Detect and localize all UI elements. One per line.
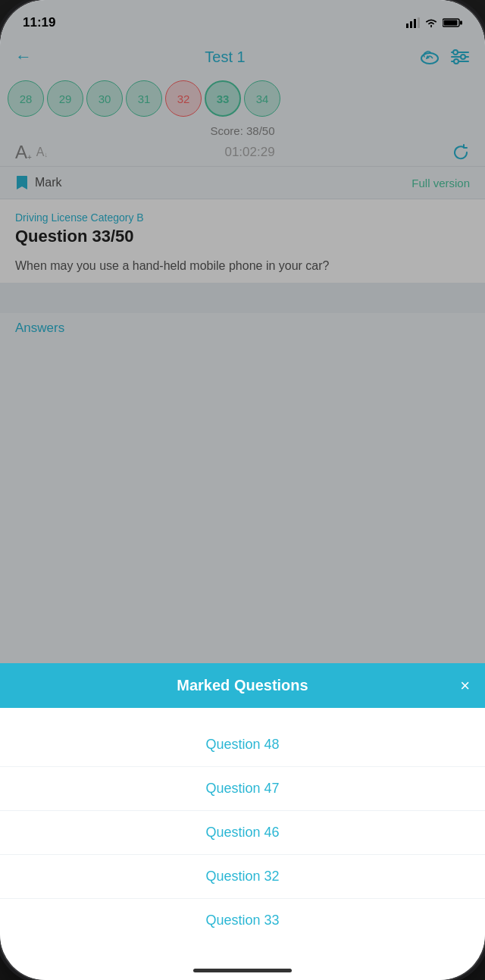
modal-list: Question 48 Question 47 Question 46 Ques…: [0, 708, 485, 950]
modal-item-47[interactable]: Question 47: [0, 767, 485, 811]
modal-title: Marked Questions: [177, 677, 308, 694]
modal-item-48[interactable]: Question 48: [0, 723, 485, 767]
home-indicator: [193, 969, 292, 972]
modal-close-button[interactable]: ×: [460, 676, 470, 696]
modal-overlay: Marked Questions × Question 48 Question …: [0, 0, 485, 980]
modal-item-46[interactable]: Question 46: [0, 811, 485, 855]
phone-frame: 11:19: [0, 0, 485, 980]
phone-screen: 11:19: [0, 0, 485, 980]
modal-item-32[interactable]: Question 32: [0, 855, 485, 899]
modal-sheet: Marked Questions × Question 48 Question …: [0, 663, 485, 980]
modal-header: Marked Questions ×: [0, 663, 485, 708]
modal-item-33[interactable]: Question 33: [0, 899, 485, 942]
